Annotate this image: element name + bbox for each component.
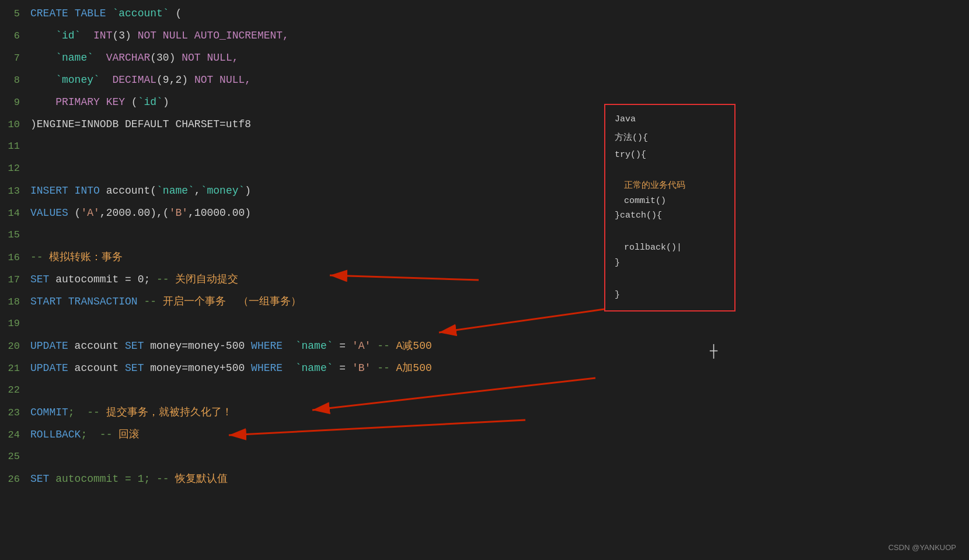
token: ; -- <box>81 429 118 440</box>
line-content: UPDATE account SET money=money-500 WHERE… <box>30 335 969 357</box>
line-content: COMMIT; -- 提交事务，就被持久化了！ <box>30 401 969 424</box>
line-number: 6 <box>0 25 30 47</box>
token: (30) <box>150 52 182 64</box>
token: WHERE <box>251 340 283 352</box>
java-box: Java 方法(){ try(){ 正常的业务代码 commit() }catc… <box>604 104 736 312</box>
token: )ENGINE=INNODB DEFAULT CHARSET=utf8 <box>30 118 251 130</box>
token: SET <box>125 340 144 352</box>
code-line: 15 <box>0 224 969 246</box>
code-line: 6 `id` INT(3) NOT NULL AUTO_INCREMENT, <box>0 24 969 47</box>
token: WHERE <box>251 362 283 374</box>
code-line: 19 <box>0 313 969 335</box>
token: = <box>333 340 352 352</box>
line-content: `name` VARCHAR(30) NOT NULL, <box>30 47 969 69</box>
token <box>106 8 113 19</box>
line-number: 11 <box>0 135 30 158</box>
token: (3) <box>112 30 137 41</box>
line-number: 23 <box>0 402 30 424</box>
line-number: 20 <box>0 335 30 358</box>
token: ( <box>125 96 138 108</box>
token: `money` <box>201 185 245 197</box>
java-rollback: rollback()| <box>615 240 725 256</box>
line-number: 24 <box>0 424 30 446</box>
code-line: 24ROLLBACK; -- 回滚 <box>0 424 969 446</box>
token: account <box>68 362 125 374</box>
line-number: 22 <box>0 379 30 401</box>
token: 'A' <box>352 340 371 352</box>
line-content: UPDATE account SET money=money+500 WHERE… <box>30 357 969 379</box>
code-line: 22 <box>0 379 969 401</box>
token: money=money+500 <box>144 362 251 374</box>
java-blank2 <box>615 226 725 241</box>
token <box>30 96 55 108</box>
code-line: 5CREATE TABLE `account` ( <box>0 2 969 24</box>
code-line: 18START TRANSACTION -- 开启一个事务 （一组事务） <box>0 290 969 313</box>
java-close-brace: } <box>615 256 725 271</box>
token: SET <box>30 473 49 485</box>
token: account( <box>100 185 156 197</box>
code-line: 11 <box>0 135 969 158</box>
line-content: INSERT INTO account(`name`,`money`) <box>30 180 969 202</box>
token: ( <box>68 207 81 219</box>
token: INT <box>93 30 112 41</box>
token: account <box>68 340 125 352</box>
code-line: 13INSERT INTO account(`name`,`money`) <box>0 180 969 202</box>
line-number: 16 <box>0 247 30 269</box>
token: TABLE <box>75 8 106 19</box>
token: , <box>194 185 201 197</box>
token: 'B' <box>169 207 188 219</box>
line-content: PRIMARY KEY (`id`) <box>30 91 969 113</box>
java-try: try(){ <box>615 148 725 163</box>
token: 恢复默认值 <box>175 473 228 485</box>
token: ( <box>169 8 182 19</box>
token: 提交事务，就被持久化了！ <box>106 407 232 418</box>
token: (9,2) <box>156 74 194 86</box>
line-number: 5 <box>0 3 30 25</box>
token: PRIMARY KEY <box>55 96 125 108</box>
line-number: 18 <box>0 291 30 313</box>
token <box>283 362 295 374</box>
java-method: 方法(){ <box>615 131 725 146</box>
token: 模拟转账：事务 <box>49 251 123 263</box>
java-catch: }catch(){ <box>615 208 725 223</box>
code-line: 25 <box>0 446 969 468</box>
token: ,10000.00) <box>188 207 251 219</box>
line-number: 15 <box>0 224 30 246</box>
code-line: 26SET autocommit = 1; -- 恢复默认值 <box>0 468 969 490</box>
line-number: 26 <box>0 468 30 491</box>
code-line: 23COMMIT; -- 提交事务，就被持久化了！ <box>0 401 969 424</box>
line-content: CREATE TABLE `account` ( <box>30 2 969 24</box>
code-line: 7 `name` VARCHAR(30) NOT NULL, <box>0 47 969 69</box>
token: NOT NULL AUTO_INCREMENT, <box>138 30 289 41</box>
token: -- <box>138 296 163 307</box>
code-line: 16-- 模拟转账：事务 <box>0 246 969 268</box>
token: NOT NULL, <box>194 74 251 86</box>
code-line: 20UPDATE account SET money=money-500 WHE… <box>0 335 969 357</box>
token: autocommit = 0; <box>49 274 156 285</box>
code-line: 10)ENGINE=INNODB DEFAULT CHARSET=utf8 <box>0 113 969 135</box>
java-normal-code: 正常的业务代码 <box>615 178 725 194</box>
line-content: )ENGINE=INNODB DEFAULT CHARSET=utf8 <box>30 113 969 135</box>
token <box>283 340 295 352</box>
code-line: 9 PRIMARY KEY (`id`) <box>0 91 969 113</box>
token: 回滚 <box>118 429 140 440</box>
line-content: SET autocommit = 0; -- 关闭自动提交 <box>30 268 969 290</box>
java-blank3 <box>615 272 725 288</box>
token: A减500 <box>396 340 432 352</box>
token: 'B' <box>352 362 371 374</box>
java-commit: commit() <box>615 194 725 209</box>
token: UPDATE <box>30 362 68 374</box>
token: ) <box>245 185 251 197</box>
token: `name` <box>156 185 194 197</box>
token: `name` <box>30 52 106 64</box>
code-line: 12 <box>0 158 969 180</box>
token: -- <box>371 362 396 374</box>
code-line: 8 `money` DECIMAL(9,2) NOT NULL, <box>0 69 969 91</box>
token: -- <box>30 251 49 263</box>
token: ) <box>163 96 169 108</box>
token: DECIMAL <box>112 74 156 86</box>
line-number: 19 <box>0 313 30 335</box>
line-content: START TRANSACTION -- 开启一个事务 （一组事务） <box>30 290 969 313</box>
token: 'A' <box>81 207 99 219</box>
line-number: 17 <box>0 269 30 291</box>
